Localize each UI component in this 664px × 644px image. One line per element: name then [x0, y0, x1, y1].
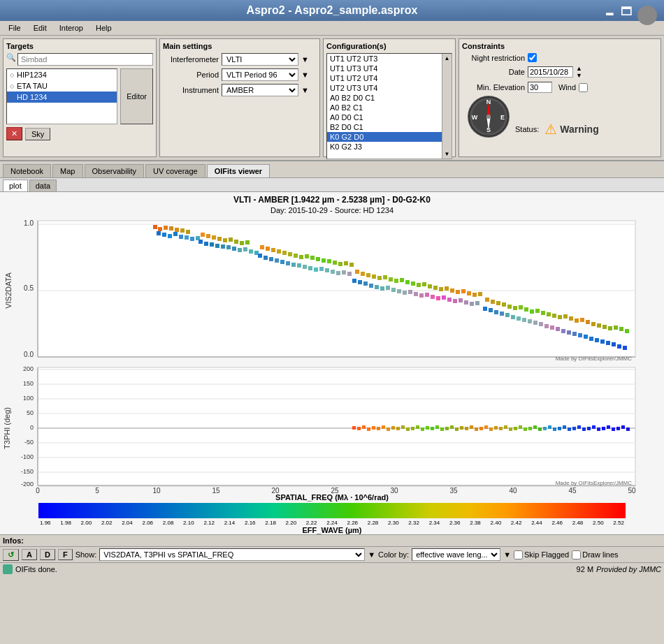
editor-button[interactable]: Editor — [120, 68, 153, 124]
svg-rect-224 — [431, 427, 434, 430]
config-item-5[interactable]: A0 B2 C1 — [327, 103, 442, 112]
config-item-7[interactable]: B2 D0 C1 — [327, 122, 442, 132]
config-item-8[interactable]: K0 G2 D0 — [327, 132, 442, 142]
menu-edit[interactable]: Edit — [28, 22, 52, 34]
svg-rect-54 — [266, 247, 270, 251]
menu-file[interactable]: File — [3, 22, 27, 34]
svg-rect-247 — [543, 427, 547, 430]
main-settings-panel: Main settings Interferometer VLTI ▼ Peri… — [159, 38, 320, 157]
svg-rect-67 — [338, 262, 342, 266]
config-item-4[interactable]: A0 B2 D0 C1 — [327, 93, 442, 103]
config-item-2[interactable]: UT1 UT2 UT4 — [327, 73, 442, 83]
svg-rect-98 — [417, 283, 421, 287]
tab-oifits-viewer[interactable]: OIFits viewer — [207, 164, 270, 177]
chart-area: VLTI - AMBER [1.9422 µm - 2.5238 µm] - D… — [0, 192, 664, 534]
svg-rect-234 — [479, 427, 483, 430]
svg-rect-139 — [519, 305, 523, 309]
svg-rect-105 — [456, 290, 460, 294]
svg-text:5: 5 — [95, 487, 99, 493]
sky-button[interactable]: Sky — [25, 128, 50, 140]
svg-rect-261 — [612, 427, 615, 431]
tab-uv-coverage[interactable]: UV coverage — [145, 164, 205, 177]
config-item-6[interactable]: A0 D0 C1 — [327, 112, 442, 122]
date-input[interactable]: 2015/10/28 — [528, 66, 573, 78]
tab-observability[interactable]: Observability — [85, 164, 145, 177]
minimize-icon[interactable]: 🗕 — [604, 6, 615, 25]
svg-text:40: 40 — [509, 487, 517, 493]
wind-checkbox[interactable] — [579, 83, 588, 92]
target-item-hip1234[interactable]: ◇ HIP1234 — [7, 69, 117, 80]
svg-rect-115 — [380, 286, 384, 291]
svg-rect-264 — [626, 427, 630, 431]
tab-map[interactable]: Map — [52, 164, 82, 177]
d-button[interactable]: D — [40, 549, 55, 560]
maximize-icon[interactable]: 🗖 — [621, 6, 632, 25]
svg-rect-26 — [162, 233, 166, 237]
svg-rect-96 — [405, 280, 410, 284]
svg-rect-226 — [440, 427, 444, 431]
config-item-3[interactable]: UT2 UT3 UT4 — [327, 83, 442, 93]
draw-lines-checkbox[interactable] — [572, 550, 581, 559]
svg-text:20: 20 — [271, 487, 280, 493]
svg-rect-116 — [386, 286, 390, 290]
user-icon[interactable] — [637, 6, 657, 25]
svg-rect-93 — [389, 277, 393, 281]
interferometer-label: Interferometer — [163, 55, 219, 64]
svg-rect-94 — [394, 279, 398, 283]
color-dropdown-arrow: ▼ — [503, 550, 511, 559]
color-by-select[interactable]: effective wave leng... — [412, 548, 500, 561]
sub-tab-data[interactable]: data — [29, 180, 57, 191]
svg-rect-44 — [210, 242, 214, 247]
tab-notebook[interactable]: Notebook — [3, 164, 51, 177]
svg-rect-208 — [352, 426, 356, 430]
config-scrollbar[interactable]: ▲ ▼ — [442, 54, 452, 159]
plot-type-select[interactable]: VIS2DATA, T3PHI vs SPATIAL_FREQ — [99, 548, 365, 561]
date-spinner[interactable]: ▲▼ — [576, 65, 582, 79]
svg-rect-209 — [357, 427, 361, 430]
svg-rect-148 — [569, 316, 573, 321]
min-elevation-input[interactable]: 30 — [528, 82, 552, 93]
instrument-select[interactable]: AMBER — [222, 84, 298, 96]
svg-rect-75 — [286, 261, 290, 265]
svg-rect-37 — [223, 238, 227, 242]
svg-rect-51 — [249, 249, 253, 254]
target-item-hd1234[interactable]: ◇ HD 1234 — [7, 92, 117, 103]
memory-usage: 92 M — [577, 565, 593, 573]
skip-flagged-checkbox[interactable] — [514, 550, 523, 559]
svg-rect-225 — [435, 425, 439, 429]
sub-tab-plot[interactable]: plot — [3, 180, 28, 191]
svg-rect-121 — [414, 292, 418, 296]
night-restriction-checkbox[interactable] — [528, 53, 537, 62]
interferometer-select[interactable]: VLTI — [222, 53, 298, 66]
svg-rect-137 — [507, 305, 512, 309]
min-elevation-label: Min. Elevation — [462, 83, 525, 92]
target-item-eta-tau[interactable]: ◇ ETA TAU — [7, 80, 117, 92]
color-by-label: Color by: — [378, 550, 409, 559]
config-item-0[interactable]: UT1 UT2 UT3 — [327, 54, 442, 64]
show-label: Show: — [75, 550, 97, 559]
simbad-search-input[interactable] — [17, 53, 153, 66]
config-item-9[interactable]: K0 G2 J3 — [327, 142, 442, 152]
svg-rect-113 — [369, 284, 373, 288]
svg-rect-106 — [461, 289, 465, 293]
controls-bar: ↺ A D F Show: VIS2DATA, T3PHI vs SPATIAL… — [0, 546, 664, 562]
a-button[interactable]: A — [22, 549, 37, 560]
status-label: Status: — [515, 125, 539, 133]
svg-rect-9 — [38, 221, 635, 357]
infos-bar: Infos: — [0, 534, 664, 546]
svg-rect-212 — [372, 426, 375, 430]
period-select[interactable]: VLTI Period 96 — [222, 68, 298, 81]
svg-rect-154 — [602, 325, 607, 329]
svg-rect-181 — [606, 341, 610, 345]
svg-rect-138 — [513, 306, 517, 310]
svg-rect-33 — [201, 233, 205, 237]
menu-interop[interactable]: Interop — [54, 22, 89, 34]
svg-rect-175 — [572, 332, 577, 336]
svg-rect-164 — [511, 315, 515, 319]
config-item-1[interactable]: UT1 UT3 UT4 — [327, 64, 442, 73]
menu-help[interactable]: Help — [90, 22, 117, 34]
delete-target-button[interactable]: ✕ — [6, 127, 22, 140]
refresh-button[interactable]: ↺ — [3, 549, 19, 561]
f-button[interactable]: F — [58, 549, 73, 560]
menu-bar: File Edit Interop Help — [0, 21, 664, 36]
